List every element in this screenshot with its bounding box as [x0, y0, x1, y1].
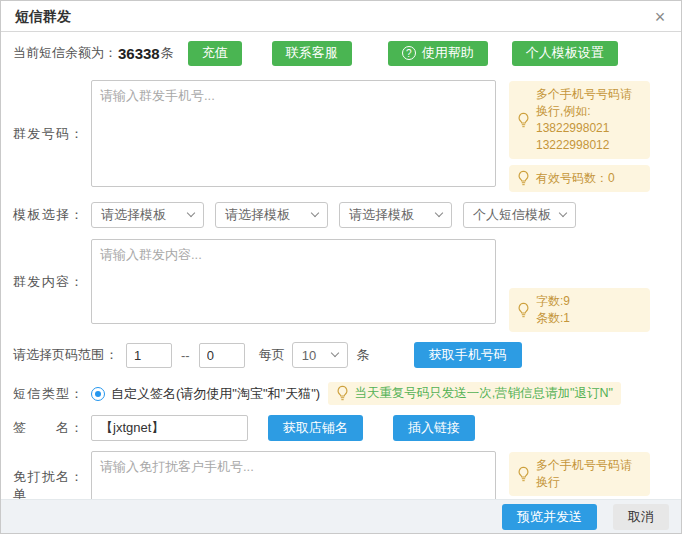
help-button[interactable]: ?使用帮助 [388, 41, 488, 66]
personal-template-settings-button[interactable]: 个人模板设置 [512, 41, 618, 66]
per-page-unit: 条 [357, 346, 370, 364]
template-select-1[interactable]: 请选择模板 [91, 202, 204, 228]
sms-type-row: 短信类型： 自定义签名(请勿使用"淘宝"和"天猫") 当天重复号码只发送一次,营… [1, 382, 681, 405]
signature-input[interactable] [91, 415, 248, 441]
custom-signature-radio[interactable] [91, 387, 105, 401]
signature-row: 签名： 获取店铺名 插入链接 [1, 415, 681, 441]
numbers-tip-example: 13822998021 [536, 120, 642, 137]
personal-template-select[interactable]: 个人短信模板 [463, 202, 576, 228]
page-from-input[interactable] [126, 343, 172, 368]
contact-support-button[interactable]: 联系客服 [272, 41, 352, 66]
template-select-2[interactable]: 请选择模板 [215, 202, 328, 228]
chevron-down-icon [559, 209, 567, 217]
cancel-button[interactable]: 取消 [613, 504, 669, 530]
numbers-tip: 多个手机号号码请换行,例如: 13822998021 13222998012 [509, 81, 650, 159]
lightbulb-icon [517, 302, 530, 319]
chevron-down-icon [311, 209, 319, 217]
page-size-select[interactable]: 10 [292, 342, 348, 368]
get-shop-name-button[interactable]: 获取店铺名 [268, 415, 363, 441]
chevron-down-icon [330, 349, 338, 357]
dialog-title: 短信群发 [15, 8, 71, 24]
numbers-textarea[interactable] [91, 80, 496, 187]
signature-label: 签名： [13, 419, 83, 437]
content-textarea[interactable] [91, 239, 496, 324]
range-dash: -- [181, 348, 190, 363]
valid-count-tip: 有效号码数：0 [509, 165, 650, 192]
numbers-tip-text: 多个手机号号码请换行,例如: [536, 86, 642, 120]
sms-type-tip: 当天重复号码只发送一次,营销信息请加"退订N" [328, 382, 621, 405]
insert-link-button[interactable]: 插入链接 [393, 415, 475, 441]
question-mark-icon: ? [402, 46, 416, 60]
balance-amount: 36338 [117, 45, 161, 62]
lightbulb-icon [517, 112, 530, 129]
preview-and-send-button[interactable]: 预览并发送 [502, 504, 597, 530]
close-icon[interactable]: × [647, 4, 673, 30]
dialog-header: 短信群发 × [1, 1, 681, 32]
dialog-footer: 预览并发送 取消 [1, 499, 681, 533]
valid-count-text: 有效号码数：0 [536, 170, 615, 187]
dnd-tip-text: 多个手机号号码请换行 [536, 457, 642, 491]
balance-row: 当前短信余额为：36338条 充值 联系客服 ?使用帮助 个人模板设置 [1, 40, 681, 66]
template-label: 模板选择： [13, 206, 83, 224]
numbers-label: 群发号码： [13, 125, 83, 143]
lightbulb-icon [517, 466, 530, 483]
template-select-3[interactable]: 请选择模板 [339, 202, 452, 228]
numbers-tip-example: 13222998012 [536, 137, 642, 154]
char-count-text: 字数:9 [536, 293, 570, 310]
page-range-row: 请选择页码范围： -- 每页 10 条 获取手机号码 [1, 342, 681, 368]
chevron-down-icon [435, 209, 443, 217]
content-label: 群发内容： [13, 273, 83, 291]
lightbulb-icon [336, 385, 349, 402]
balance-label: 当前短信余额为： [13, 44, 117, 62]
per-page-label: 每页 [259, 346, 285, 364]
msg-count-text: 条数:1 [536, 310, 570, 327]
sms-bulk-dialog: 短信群发 × 当前短信余额为：36338条 充值 联系客服 ?使用帮助 个人模板… [0, 0, 682, 534]
dnd-tip: 多个手机号号码请换行 [509, 452, 650, 496]
recharge-button[interactable]: 充值 [188, 41, 242, 66]
custom-signature-radio-label: 自定义签名(请勿使用"淘宝"和"天猫") [111, 385, 320, 403]
page-range-label: 请选择页码范围： [13, 346, 118, 364]
char-count-tip: 字数:9 条数:1 [509, 288, 650, 332]
chevron-down-icon [187, 209, 195, 217]
page-to-input[interactable] [199, 343, 245, 368]
balance-unit: 条 [161, 44, 174, 62]
fetch-phone-numbers-button[interactable]: 获取手机号码 [414, 342, 522, 368]
sms-type-label: 短信类型： [13, 385, 83, 403]
template-row: 模板选择： 请选择模板 请选择模板 请选择模板 个人短信模板 [1, 202, 681, 228]
lightbulb-icon [517, 170, 530, 187]
